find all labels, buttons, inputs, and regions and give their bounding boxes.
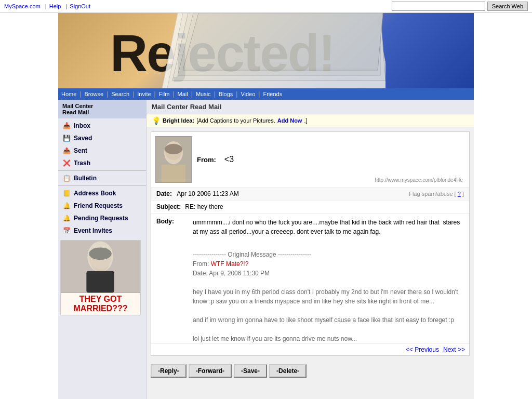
ad-portrait-svg — [61, 240, 140, 293]
nav-home[interactable]: Home — [58, 90, 79, 98]
svg-point-10 — [89, 247, 111, 260]
signout-link[interactable]: SignOut — [70, 3, 90, 9]
next-link[interactable]: Next >> — [443, 346, 465, 353]
body-content: ummmmm....i dont no who the fuck you are… — [193, 214, 469, 343]
reply-button[interactable]: -Reply- — [151, 364, 187, 378]
ad-panel: THEY GOT MARRIED??? — [58, 238, 146, 317]
sent-icon: 📤 — [62, 147, 71, 155]
mail-center-title: Mail Center — [62, 103, 142, 109]
flag-suffix: ] — [462, 191, 464, 197]
body-rejection: ummmmm....i dont no who the fuck you are… — [193, 218, 464, 236]
banner: Rejected! — [58, 13, 474, 88]
mail-center-heading: Mail Center — [152, 103, 188, 111]
sidebar-item-bulletin[interactable]: 📋 Bulletin — [58, 172, 146, 184]
flag-area: Flag spam/abuse [ ? ] — [409, 191, 464, 197]
ad-married-text: THEY GOT MARRIED??? — [62, 295, 139, 313]
previous-link[interactable]: << Previous — [406, 346, 439, 353]
action-buttons: -Reply- -Forward- -Save- -Delete- — [147, 360, 474, 382]
content-area: Mail Center Read Mail 💡 Bright Idea: [Ad… — [147, 100, 474, 399]
sender-avatar — [155, 136, 192, 183]
add-now-link[interactable]: Add Now — [277, 117, 302, 124]
friendrequests-icon: 🔔 — [62, 202, 71, 210]
sidebar-item-inbox[interactable]: 📥 Inbox — [58, 119, 146, 132]
nav-browse[interactable]: Browse — [81, 90, 107, 98]
date-value: Apr 10 2006 11:23 AM — [177, 190, 238, 197]
nav-blogs[interactable]: Blogs — [216, 90, 236, 98]
pendingrequests-label: Pending Requests — [74, 215, 128, 222]
top-links: MySpace.com | Help | SignOut — [4, 3, 92, 9]
nav-film[interactable]: Film — [156, 90, 173, 98]
original-message: ---------------- Original Message ------… — [193, 250, 464, 343]
ad-image: THEY GOT MARRIED??? — [60, 240, 141, 315]
search-bar: Search Web — [392, 2, 528, 11]
addressbook-label: Address Book — [74, 190, 116, 197]
svg-marker-4 — [183, 13, 383, 70]
email-from-row: From: <3 http://www.myspace.com/plblonde… — [151, 132, 469, 188]
mail-header: Mail Center Read Mail — [147, 100, 474, 114]
email-navigation: << Previous Next >> — [151, 343, 469, 355]
bright-idea-label: Bright Idea: — [163, 117, 194, 124]
bulb-icon: 💡 — [152, 116, 161, 125]
eventinvites-icon: 📅 — [62, 227, 71, 235]
nav-invite[interactable]: Invite — [134, 90, 154, 98]
saved-icon: 💾 — [62, 134, 71, 142]
trash-icon: ❌ — [62, 159, 71, 167]
nav-friends[interactable]: Friends — [260, 90, 285, 98]
svg-rect-8 — [86, 271, 114, 292]
myspace-link[interactable]: MySpace.com — [4, 3, 41, 9]
sidebar-item-event-invites[interactable]: 📅 Event Invites — [58, 224, 146, 237]
read-mail-subtitle: Read Mail — [62, 109, 142, 115]
nav-search[interactable]: Search — [108, 90, 132, 98]
from-label: From: — [197, 156, 216, 164]
from-info: From: <3 — [197, 155, 330, 164]
eventinvites-label: Event Invites — [74, 227, 112, 234]
search-input[interactable] — [392, 2, 485, 11]
bright-idea-message: [Add Captions to your Pictures. — [196, 117, 275, 124]
nav-bar: Home| Browse| Search| Invite| Film| Mail… — [58, 88, 474, 100]
profile-url[interactable]: http://www.myspace.com/plblonde4life — [330, 177, 465, 183]
sender-name[interactable]: <3 — [224, 155, 234, 164]
svg-rect-15 — [162, 165, 185, 183]
sidebar-nav: 📥 Inbox 💾 Saved 📤 Sent ❌ Trash 📋 — [58, 118, 146, 238]
sidebar-item-friend-requests[interactable]: 🔔 Friend Requests — [58, 200, 146, 212]
sidebar-divider-1 — [58, 170, 146, 171]
search-web-button[interactable]: Search Web — [487, 2, 528, 11]
sidebar-item-saved[interactable]: 💾 Saved — [58, 132, 146, 144]
read-mail-heading: Read Mail — [190, 103, 222, 111]
nav-video[interactable]: Video — [237, 90, 258, 98]
inbox-label: Inbox — [74, 122, 90, 129]
flag-text: Flag spam/abuse [ — [409, 191, 456, 197]
save-button[interactable]: -Save- — [234, 364, 267, 378]
date-field: Date: Apr 10 2006 11:23 AM — [156, 190, 239, 197]
friendrequests-label: Friend Requests — [74, 202, 123, 209]
top-bar: MySpace.com | Help | SignOut Search Web — [0, 0, 532, 13]
trash-label: Trash — [74, 159, 90, 167]
banner-pages-svg — [152, 13, 385, 88]
original-sender-link[interactable]: WTF Mate?!? — [211, 260, 249, 268]
subject-label: Subject: — [156, 203, 181, 210]
flag-link[interactable]: ? — [458, 191, 461, 197]
nav-mail[interactable]: Mail — [175, 90, 191, 98]
sidebar-item-sent[interactable]: 📤 Sent — [58, 144, 146, 157]
body-label: Body: — [151, 214, 193, 343]
sidebar-item-address-book[interactable]: 📒 Address Book — [58, 187, 146, 200]
bright-idea-suffix: .] — [304, 117, 307, 124]
bright-idea-bar: 💡 Bright Idea: [Add Captions to your Pic… — [147, 114, 474, 127]
avatar-image — [155, 136, 192, 183]
ad-text: THEY GOT MARRIED??? — [61, 293, 140, 315]
sidebar-item-trash[interactable]: ❌ Trash — [58, 157, 146, 169]
sidebar-item-pending-requests[interactable]: 🔔 Pending Requests — [58, 212, 146, 224]
delete-button[interactable]: -Delete- — [269, 364, 307, 378]
sidebar-divider-2 — [58, 185, 146, 186]
nav-music[interactable]: Music — [193, 90, 214, 98]
email-body-row: Body: ummmmm....i dont no who the fuck y… — [151, 214, 469, 343]
subject-value: RE: hey there — [185, 203, 223, 210]
email-date-row: Date: Apr 10 2006 11:23 AM Flag spam/abu… — [151, 188, 469, 201]
help-link[interactable]: Help — [49, 3, 61, 9]
email-subject-row: Subject: RE: hey there — [151, 201, 469, 214]
inbox-icon: 📥 — [62, 122, 71, 130]
date-label: Date: — [156, 190, 172, 197]
forward-button[interactable]: -Forward- — [189, 364, 232, 378]
bulletin-icon: 📋 — [62, 174, 71, 182]
addressbook-icon: 📒 — [62, 189, 71, 197]
